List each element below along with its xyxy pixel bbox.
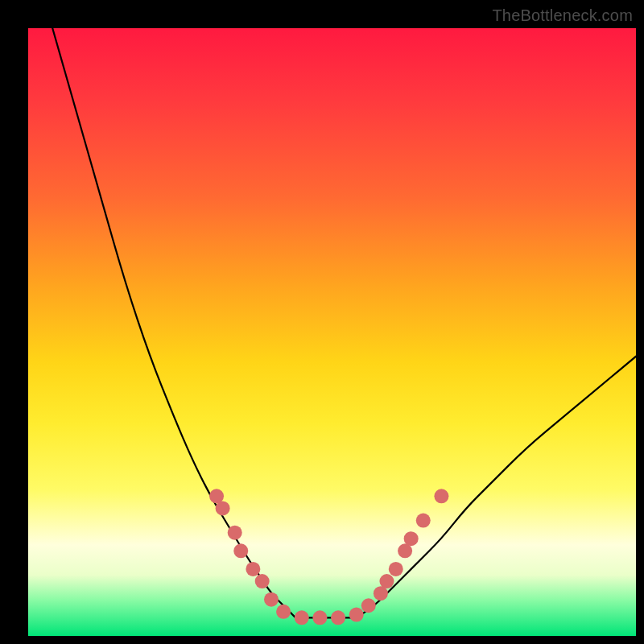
data-marker [404,531,419,546]
left-curve [52,28,295,617]
data-marker [416,514,431,528]
data-marker [228,526,242,540]
data-marker [312,610,327,625]
data-marker [361,598,376,613]
data-marker [255,574,270,588]
data-marker [233,543,248,558]
data-marker [389,562,403,576]
watermark-text: TheBottleneck.com [492,6,633,25]
chart-frame: TheBottleneck.com [0,0,644,644]
data-marker [216,501,230,515]
data-marker [246,562,260,576]
data-marker [379,574,394,588]
right-curve [357,357,636,618]
curves-svg [28,28,636,636]
plot-area [28,28,636,636]
data-marker [331,610,345,625]
data-marker [295,610,309,625]
data-marker [349,608,364,622]
data-marker [434,489,448,503]
data-marker [276,605,291,619]
data-marker [264,592,279,607]
